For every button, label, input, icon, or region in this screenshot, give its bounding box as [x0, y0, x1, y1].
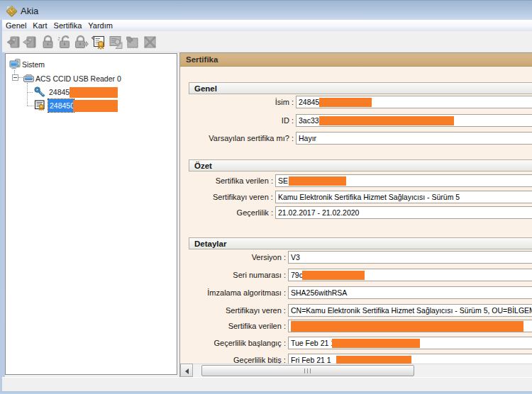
section-title: Genel: [189, 83, 532, 93]
device-tree-panel: SistemACS CCID USB Reader 024845248450: [5, 53, 177, 375]
field-input[interactable]: SHA256withRSA: [288, 286, 532, 299]
status-bar: [2, 377, 532, 391]
field-input[interactable]: Hayır: [296, 132, 532, 145]
section-title: Özet: [189, 160, 532, 170]
field-input[interactable]: Tue Feb 21 1: [288, 337, 532, 349]
tree-connector-line: [27, 83, 28, 106]
tree-item-label: 24845: [49, 86, 70, 98]
toolbar: [2, 31, 532, 52]
field-input[interactable]: CN=Kamu Elektronik Sertifika Hizmet Sağl…: [288, 304, 532, 317]
toolbar-button-view-certificate[interactable]: [91, 34, 107, 50]
redaction-overlay: [319, 98, 372, 107]
redaction-overlay: [319, 116, 454, 125]
redaction-overlay: [70, 87, 118, 98]
field-value: SHA256withRSA: [291, 288, 347, 297]
form-row: İmzalama algoritması : SHA256withRSA: [180, 286, 532, 299]
field-label: Varsayılan sertifika mı? :: [180, 132, 296, 145]
window-title: Akia: [21, 6, 38, 16]
padlock-closed-icon: [40, 43, 56, 52]
menu-item-genel[interactable]: Genel: [3, 21, 29, 31]
field-input[interactable]: 24845: [296, 96, 532, 108]
form-row: Geçerlilik başlangıç : Tue Feb 21 1: [180, 337, 532, 349]
section-header-ozet: Özet: [189, 159, 532, 171]
section-header-detaylar: Detaylar: [189, 237, 532, 249]
card-remove-icon: [22, 43, 38, 52]
certificate-seal-icon: [91, 43, 107, 52]
field-value: CN=Kamu Elektronik Sertifika Hizmet Sağl…: [291, 306, 532, 315]
toolbar-button-card-login[interactable]: [40, 34, 56, 50]
delete-box-icon: [142, 43, 158, 52]
app-icon: [6, 5, 18, 17]
scrollbar-track[interactable]: [193, 364, 532, 377]
toolbar-button-change-pin[interactable]: [56, 34, 72, 50]
form-row: Sertifikayı veren : Kamu Elektronik Sert…: [180, 191, 532, 203]
field-label: Geçerlilik başlangıç :: [180, 337, 288, 349]
panel-title-bar: Sertifika: [180, 53, 532, 67]
tree-item-label: 248450: [48, 99, 74, 111]
field-value: 3ac33: [299, 116, 319, 125]
menu-bar: GenelKartSertifikaYardım: [2, 20, 532, 31]
menu-item-sertifika[interactable]: Sertifika: [51, 21, 85, 31]
tree-expander-collapse[interactable]: [12, 74, 18, 81]
toolbar-button-card-logout[interactable]: [72, 34, 89, 50]
field-label: Geçerlilik :: [180, 206, 275, 219]
field-input[interactable]: 21.02.2017 - 21.02.2020: [275, 206, 532, 219]
scroll-left-button[interactable]: [180, 364, 193, 377]
toolbar-button-remove-card[interactable]: [22, 34, 38, 50]
field-label: Versiyon :: [180, 251, 288, 264]
field-value: 79c: [291, 271, 303, 279]
field-label: Sertifikayı veren :: [180, 304, 288, 317]
redaction-overlay: [302, 271, 365, 280]
field-value: Tue Feb 21 1: [291, 339, 335, 347]
toolbar-button-export-certificate[interactable]: [108, 34, 124, 50]
field-label: Sertifika verilen :: [180, 174, 275, 187]
field-label: Seri numarası :: [180, 269, 288, 281]
redaction-overlay: [289, 176, 346, 186]
scrollbar-grip-icon: [304, 368, 311, 373]
field-label: Sertifika verilen :: [180, 320, 288, 332]
window-border-bottom: [0, 391, 532, 394]
field-value: SE: [278, 176, 288, 185]
field-input[interactable]: SE: [275, 174, 532, 187]
field-value: V3: [291, 253, 300, 261]
field-value: 24845: [299, 98, 319, 106]
menu-item-kart[interactable]: Kart: [30, 21, 50, 31]
form-row: Sertifikayı veren : CN=Kamu Elektronik S…: [180, 304, 532, 317]
tree-item-label: Sistem: [22, 59, 45, 70]
certificate-icon: [34, 99, 46, 111]
field-input[interactable]: Kamu Elektronik Sertifika Hizmet Sağlayı…: [275, 191, 532, 203]
horizontal-scrollbar[interactable]: [180, 364, 532, 377]
scroll-left-arrow-icon: [185, 368, 189, 374]
redaction-overlay: [332, 339, 420, 348]
toolbar-button-delete-certificate[interactable]: [142, 34, 158, 50]
field-input[interactable]: V3: [288, 251, 532, 264]
scrollbar-thumb[interactable]: [201, 365, 414, 376]
field-label: İmzalama algoritması :: [180, 286, 288, 299]
certificate-panel: Sertifika Genelİsim : 24845ID : 3ac33Var…: [179, 52, 532, 377]
computer-icon: [9, 58, 21, 70]
tree-item-label: ACS CCID USB Reader 0: [35, 73, 121, 84]
tree-connector-line: [27, 106, 33, 106]
form-row: ID : 3ac33: [180, 114, 532, 127]
form-row: Sertifika verilen :: [180, 320, 532, 332]
certificate-export-icon: [108, 43, 124, 52]
padlock-arrow-icon: [72, 43, 89, 52]
toolbar-button-insert-card[interactable]: [6, 34, 22, 50]
form-row: Sertifika verilen : SE: [180, 174, 532, 187]
menu-item-yardim[interactable]: Yardım: [85, 21, 116, 31]
application-window: { "window": { "title": "Akia" }, "menu":…: [0, 0, 532, 394]
field-value: 21.02.2017 - 21.02.2020: [278, 208, 359, 217]
field-input[interactable]: 3ac33: [296, 114, 532, 127]
toolbar-button-import-certificate[interactable]: [124, 34, 140, 50]
redaction-overlay: [73, 100, 118, 112]
title-bar[interactable]: Akia: [0, 0, 532, 20]
field-label: Sertifikayı veren :: [180, 191, 275, 203]
tree-connector-line: [27, 92, 33, 93]
key-icon: [33, 86, 45, 98]
section-header-genel: Genel: [189, 82, 532, 94]
field-value: Hayır: [299, 134, 316, 142]
field-input[interactable]: [288, 320, 532, 332]
field-value: Fri Feb 21 1: [291, 356, 331, 364]
field-label: İsim :: [180, 96, 296, 108]
field-input[interactable]: 79c: [288, 269, 532, 281]
